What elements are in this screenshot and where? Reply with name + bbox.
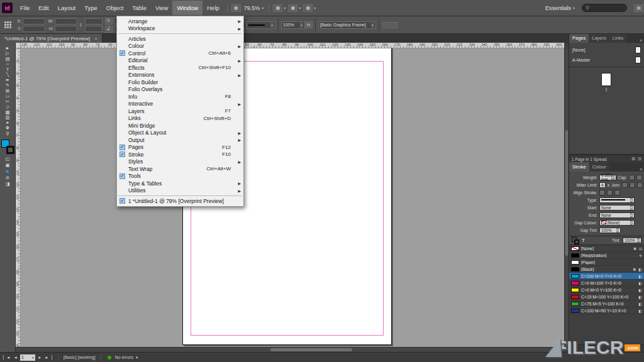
- round-join-button[interactable]: [630, 182, 635, 188]
- window-menu-item[interactable]: Text WrapCtrl+Alt+W: [117, 165, 243, 173]
- window-menu-item[interactable]: ✓PagesF12: [117, 144, 243, 151]
- eyedropper-tool[interactable]: ✦: [0, 120, 16, 126]
- workspace-switcher[interactable]: Essentials: [545, 5, 571, 11]
- arrange-documents-caret-icon[interactable]: ▾: [314, 6, 316, 10]
- menubar-item-view[interactable]: View: [151, 1, 172, 15]
- panel-menu-icon[interactable]: ≡: [638, 38, 644, 43]
- workspace-caret-icon[interactable]: ▾: [573, 6, 575, 10]
- menubar-item-edit[interactable]: Edit: [34, 1, 53, 15]
- horizontal-scrollbar[interactable]: [16, 347, 564, 352]
- page-1-thumbnail[interactable]: [601, 73, 611, 86]
- vertical-ruler[interactable]: 0102030405060708090100110120130140150160…: [16, 48, 21, 347]
- menubar-item-window[interactable]: Window: [172, 1, 203, 15]
- tab-colour[interactable]: Colour: [589, 162, 609, 172]
- close-tab-icon[interactable]: ×: [94, 36, 97, 41]
- master-thumbnail[interactable]: [635, 57, 641, 63]
- window-menu-item[interactable]: EffectsCtrl+Shift+F10: [117, 64, 243, 72]
- x-position-field[interactable]: [23, 18, 45, 25]
- control-bar-icon[interactable]: [391, 22, 397, 28]
- control-bar-icon[interactable]: [382, 22, 389, 28]
- panel-menu-icon[interactable]: ≡: [638, 167, 644, 172]
- view-options-icon[interactable]: ▦: [273, 4, 282, 12]
- scrollbar-thumb[interactable]: [270, 348, 352, 351]
- window-menu-item[interactable]: Colour▶: [117, 43, 243, 50]
- window-menu-item[interactable]: Styles▶: [117, 158, 243, 166]
- gradient-swatch-tool[interactable]: ▩: [0, 109, 16, 115]
- constrain-proportions-icon[interactable]: ∞: [78, 23, 84, 27]
- tint-field[interactable]: 100%▾: [623, 238, 641, 243]
- swatch-row[interactable]: C=75 M=5 Y=100 K=0◧: [569, 300, 644, 307]
- swatch-row[interactable]: [None]✖⊟: [569, 245, 644, 252]
- arrange-documents-icon[interactable]: ▦: [303, 4, 313, 12]
- window-menu-item[interactable]: Type & Tables▶: [117, 180, 243, 187]
- search-input[interactable]: ⚲: [582, 4, 627, 12]
- fill-stroke-widget[interactable]: [1, 140, 14, 154]
- window-menu-item[interactable]: ✓Tools: [117, 173, 243, 180]
- tab-links[interactable]: Links: [609, 33, 627, 43]
- page-thumbnail-area[interactable]: 1: [588, 67, 625, 92]
- object-style-dropdown[interactable]: [Basic Graphics Frame] ▾: [318, 21, 376, 29]
- window-menu-item[interactable]: LayersF7: [117, 107, 243, 115]
- window-menu-item[interactable]: LinksCtrl+Shift+D: [117, 115, 243, 123]
- menubar-item-file[interactable]: File: [16, 1, 34, 15]
- last-page-button[interactable]: ►▕: [44, 355, 52, 360]
- window-menu-item[interactable]: Articles: [117, 35, 243, 43]
- rectangle-frame-tool[interactable]: ⊠: [0, 88, 16, 94]
- stroke-weight-field[interactable]: 0.353 mm▾: [599, 175, 616, 180]
- window-menu-item[interactable]: InfoF8: [117, 93, 243, 101]
- swatch-row[interactable]: C=0 M=100 Y=0 K=0◧: [569, 280, 644, 287]
- gap-tint-field[interactable]: 100%▾: [599, 228, 621, 233]
- vertical-scrollbar[interactable]: [564, 48, 569, 347]
- window-menu-item[interactable]: ✓StrokeF10: [117, 151, 243, 158]
- new-page-icon[interactable]: ⊞: [631, 156, 635, 162]
- bridge-icon[interactable]: ▦: [231, 4, 241, 12]
- rectangle-tool[interactable]: ▭: [0, 94, 16, 99]
- fill-stroke-proxy[interactable]: [572, 237, 579, 244]
- screen-mode-icon[interactable]: ▦: [288, 4, 297, 12]
- menubar-item-table[interactable]: Table: [128, 1, 151, 15]
- next-page-button[interactable]: ►: [37, 355, 42, 359]
- start-dropdown[interactable]: None▾: [599, 205, 635, 211]
- selection-tool[interactable]: ►: [0, 45, 16, 51]
- stroke-proxy-icon[interactable]: [574, 239, 579, 244]
- window-menu-item[interactable]: Output▶: [117, 136, 243, 144]
- line-tool[interactable]: ╲: [0, 72, 16, 78]
- page-number-field[interactable]: 1▾: [20, 354, 35, 361]
- miter-limit-field[interactable]: 4: [599, 182, 606, 188]
- window-menu-item[interactable]: Utilities▶: [117, 187, 243, 195]
- scale-y-field[interactable]: [85, 26, 103, 32]
- formatting-affects-container-icon[interactable]: ▣: [0, 162, 16, 168]
- window-menu-item[interactable]: ✓1 *Untitled-1 @ 79% [Overprint Preview]: [117, 197, 243, 205]
- menubar-item-object[interactable]: Object: [102, 1, 128, 15]
- scrollbar-thumb[interactable]: [565, 130, 568, 256]
- window-menu-item[interactable]: Mini Bridge: [117, 122, 243, 129]
- swatch-row[interactable]: C=0 M=0 Y=100 K=0◧: [569, 287, 644, 293]
- ruler-origin-box[interactable]: [16, 43, 21, 48]
- stroke-type-dropdown[interactable]: ▾: [599, 197, 635, 203]
- horizontal-ruler[interactable]: 1301201101009080706050403020100102030405…: [21, 43, 564, 48]
- document-tab[interactable]: *Untitled-1 @ 79% [Overprint Preview] ×: [0, 34, 103, 43]
- swatch-row[interactable]: C=100 M=0 Y=0 K=0◧: [569, 273, 644, 280]
- menubar-item-type[interactable]: Type: [80, 1, 102, 15]
- delete-page-icon[interactable]: ⊟: [638, 156, 641, 162]
- stroke-style-dropdown[interactable]: ▾: [247, 21, 275, 29]
- window-menu-item[interactable]: Folio Overlays: [117, 86, 243, 94]
- app-bar-menu-icon[interactable]: ▤: [634, 4, 643, 12]
- window-menu-item[interactable]: ✓ControlCtrl+Alt+6: [117, 50, 243, 57]
- master-row[interactable]: [None]: [569, 45, 644, 55]
- menubar-item-help[interactable]: Help: [203, 1, 224, 15]
- swatch-row[interactable]: [Registration]✛: [569, 252, 644, 259]
- window-menu-item[interactable]: Editorial▶: [117, 57, 243, 65]
- gap-tool[interactable]: ⇔: [0, 62, 16, 67]
- align-inside-button[interactable]: [607, 190, 613, 195]
- width-field[interactable]: [55, 18, 77, 25]
- window-menu-item[interactable]: Object & Layout▶: [117, 129, 243, 137]
- note-tool[interactable]: ▥: [0, 115, 16, 121]
- end-dropdown[interactable]: None▾: [599, 212, 635, 218]
- direct-selection-tool[interactable]: ▷: [0, 51, 16, 57]
- swatch-row[interactable]: [Paper]: [569, 259, 644, 266]
- window-menu-item[interactable]: Interactive▶: [117, 101, 243, 108]
- window-menu-item[interactable]: Workspace▶: [117, 25, 243, 33]
- butt-cap-button[interactable]: [629, 175, 635, 180]
- gap-colour-dropdown[interactable]: [None]▾: [599, 220, 635, 226]
